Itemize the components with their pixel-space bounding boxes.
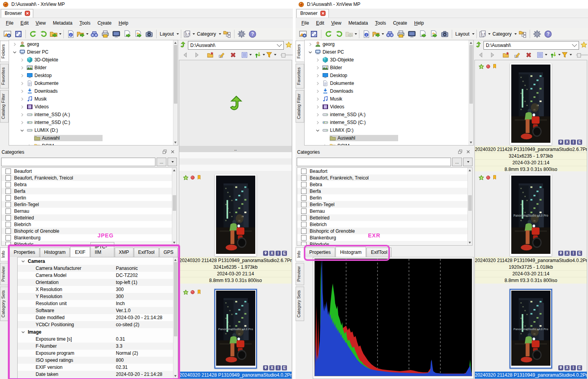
binoculars-button[interactable] xyxy=(384,29,395,39)
category-bebra[interactable]: Bebra xyxy=(297,181,472,188)
folder-open-go-button[interactable] xyxy=(76,29,89,39)
side-tab-favorites[interactable]: Favorites xyxy=(296,64,304,88)
expander-closed-icon[interactable] xyxy=(19,104,25,110)
float-panel-button[interactable] xyxy=(458,149,463,155)
category-checkbox[interactable] xyxy=(301,228,307,234)
help-button[interactable]: ? xyxy=(247,29,258,39)
tab-close-icon[interactable] xyxy=(320,11,326,16)
tree-item-dcim[interactable]: DCIM xyxy=(305,142,473,145)
fullscreen-button[interactable] xyxy=(13,29,24,39)
tree-item-dieser-pc[interactable]: Dieser PC xyxy=(9,48,178,56)
expander-closed-icon[interactable] xyxy=(19,112,25,117)
bookmark-icon[interactable] xyxy=(492,175,497,180)
category-checkbox[interactable] xyxy=(5,235,11,241)
photo-thumbnail[interactable] xyxy=(215,174,256,256)
category-checkbox[interactable] xyxy=(5,242,11,246)
category-checkbox[interactable] xyxy=(301,189,307,194)
thumbnail-item[interactable]: 3 PanoramaStudio v4.0 Pro XIE20240320 21… xyxy=(475,171,587,286)
category-checkbox[interactable] xyxy=(301,195,307,201)
menu-edit[interactable]: Edit xyxy=(17,19,32,27)
tab-histogram[interactable]: Histogram xyxy=(335,247,366,257)
category-bl-ndu-s[interactable]: Blönduós xyxy=(297,241,472,246)
convert-folder-button[interactable] xyxy=(49,29,62,39)
exif-section-camera[interactable]: Camera xyxy=(18,257,178,265)
category-checkbox[interactable] xyxy=(301,182,307,187)
thumbnail-item[interactable]: 3 XIE20240320 211428 P1310949_panoramaSt… xyxy=(179,171,292,286)
tree-item-interne-ssd-a[interactable]: interne_SSD (A:) xyxy=(9,111,178,119)
category-biebrich[interactable]: Biebrich xyxy=(297,221,472,228)
tab-histogram[interactable]: Histogram xyxy=(40,248,70,257)
expander-closed-icon[interactable] xyxy=(314,112,321,117)
fullscreen-button[interactable] xyxy=(308,29,319,39)
tab-close-icon[interactable] xyxy=(25,11,30,16)
menu-file[interactable]: File xyxy=(298,19,312,27)
category-checkbox[interactable] xyxy=(301,208,307,214)
rotate-cw-button[interactable] xyxy=(38,29,49,39)
menu-tools[interactable]: Tools xyxy=(76,19,94,27)
side-tab-favorites[interactable]: Favorites xyxy=(0,64,9,88)
tab-exiftool[interactable]: ExifTool xyxy=(134,248,159,257)
camera-capture-button[interactable] xyxy=(144,29,155,39)
expander-closed-icon[interactable] xyxy=(314,97,321,102)
side-tab-info[interactable]: Info xyxy=(0,247,9,261)
tab-properties[interactable]: Properties xyxy=(305,248,335,257)
tree-scrollbar[interactable] xyxy=(173,40,178,145)
categories-filter-input[interactable] xyxy=(1,158,155,166)
delete-x-button[interactable] xyxy=(523,50,534,60)
up-dir-button[interactable] xyxy=(475,41,482,49)
category-berlin[interactable]: Berlin xyxy=(2,194,177,201)
category-berfa[interactable]: Berfa xyxy=(297,188,472,194)
photo-thumbnail[interactable]: PanoramaStudio v4.0 Pro xyxy=(510,174,552,256)
rating-star-icon[interactable]: 3 xyxy=(478,64,484,70)
category-beaufort[interactable]: Beaufort xyxy=(2,168,177,174)
side-tab-preview[interactable]: Preview xyxy=(0,263,9,285)
tree-item-georg[interactable]: georg xyxy=(9,40,178,48)
category-checkbox[interactable] xyxy=(5,202,11,207)
menu-edit[interactable]: Edit xyxy=(312,19,328,27)
printer-button[interactable] xyxy=(395,29,406,39)
category-checkbox[interactable] xyxy=(301,215,307,221)
categories-scrollbar[interactable] xyxy=(172,168,177,245)
category-berlin-tegel[interactable]: Berlin-Tegel xyxy=(297,201,472,208)
expander-closed-icon[interactable] xyxy=(314,65,321,70)
side-tab-category-sets[interactable]: Category Sets xyxy=(296,287,304,321)
tab-exif[interactable]: EXIF xyxy=(70,247,90,257)
favorites-star-button[interactable] xyxy=(581,41,587,49)
filter-funnel-button[interactable] xyxy=(561,50,572,60)
thumbnail-size-slider[interactable] xyxy=(280,54,293,56)
tree-item-bilder[interactable]: Bilder xyxy=(9,64,178,72)
tree-item-bilder[interactable]: Bilder xyxy=(305,64,473,72)
side-tab-catalog-filter[interactable]: Catalog Filter xyxy=(0,90,9,122)
red-dot-icon[interactable] xyxy=(190,289,195,295)
tab-exiftool[interactable]: ExifTool xyxy=(366,248,391,257)
photo-thumbnail[interactable] xyxy=(510,63,552,145)
category-biebrich[interactable]: Biebrich xyxy=(2,221,177,228)
folder-edit-button[interactable] xyxy=(512,50,523,60)
thumbnail-item-parent-dir[interactable]: .. xyxy=(179,60,292,171)
page-export-img-button[interactable] xyxy=(133,29,144,39)
tree-item-lumix-d[interactable]: LUMIX (D:) xyxy=(305,126,473,134)
screen-show-button[interactable] xyxy=(111,29,122,39)
tree-item-musik[interactable]: Musik xyxy=(305,95,473,103)
menu-file[interactable]: File xyxy=(2,19,17,27)
tree-item-dokumente[interactable]: Dokumente xyxy=(9,79,178,87)
rating-star-icon[interactable]: 3 xyxy=(478,175,484,181)
tree-scrollbar[interactable] xyxy=(469,40,473,145)
page-export-button[interactable] xyxy=(417,29,428,39)
image-browse-button[interactable] xyxy=(298,29,308,39)
tree-item-3d-objekte[interactable]: 3D-Objekte xyxy=(305,56,473,64)
category-tree-button[interactable] xyxy=(222,29,233,39)
menu-create[interactable]: Create xyxy=(94,19,115,27)
category-checkbox[interactable] xyxy=(5,189,11,194)
tree-item-auswahl[interactable]: Auswahl xyxy=(305,134,473,142)
tree-item-3d-objekte[interactable]: 3D-Objekte xyxy=(9,56,178,64)
category-beaufort[interactable]: Beaufort xyxy=(297,168,472,174)
rotate-ccw-button[interactable] xyxy=(27,29,38,39)
delete-x-button[interactable] xyxy=(228,50,239,60)
close-panel-button[interactable] xyxy=(466,149,471,155)
tree-item-desktop[interactable]: Desktop xyxy=(305,72,473,79)
expander-open-icon[interactable] xyxy=(19,128,25,133)
expander-closed-icon[interactable] xyxy=(314,89,321,94)
category-blankenburg[interactable]: Blankenburg xyxy=(2,234,177,241)
category-berlin-tegel[interactable]: Berlin-Tegel xyxy=(2,201,177,208)
